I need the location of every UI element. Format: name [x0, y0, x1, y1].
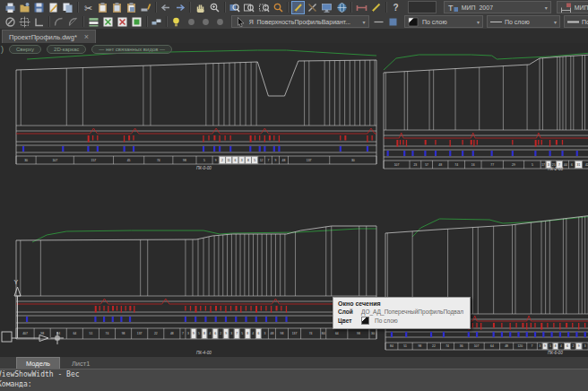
- zoom-object-button[interactable]: [242, 1, 255, 14]
- paste-special-button[interactable]: [125, 1, 138, 14]
- monitor-button[interactable]: [320, 1, 333, 14]
- document-tab[interactable]: ПроектПрофиль.dwg* ×: [2, 30, 96, 43]
- layer-box-button[interactable]: [130, 15, 143, 29]
- redo-button[interactable]: [174, 1, 187, 14]
- viewport-control-0[interactable]: Сверху: [9, 45, 41, 54]
- svg-text:23: 23: [413, 163, 417, 167]
- layer-freeze-button[interactable]: [199, 15, 212, 29]
- layer-combo[interactable]: Я_ПоверхностьПрофильВариант... ▾: [231, 15, 369, 28]
- svg-text:98: 98: [418, 344, 421, 348]
- svg-text:36: 36: [460, 344, 463, 348]
- svg-text:120: 120: [517, 344, 523, 348]
- text-style-combo[interactable]: T МИП_2007 ▾: [444, 1, 551, 13]
- match-props-button[interactable]: [139, 1, 152, 14]
- layer-sun-button[interactable]: [185, 15, 198, 29]
- viewport-control-2[interactable]: — нет связанных видов —: [91, 45, 172, 54]
- svg-text:48: 48: [170, 332, 174, 335]
- snap-box-button[interactable]: [18, 15, 31, 29]
- layer-link-button[interactable]: [150, 15, 163, 29]
- svg-text:45: 45: [127, 159, 131, 162]
- profile-view-1: 3010715745749859211638512794813730ПК-0-0…: [16, 50, 376, 170]
- tab-model[interactable]: Модель: [16, 357, 60, 369]
- svg-text:2: 2: [221, 159, 223, 162]
- svg-text:48: 48: [505, 344, 508, 348]
- lineweight-combo-value: По слою: [582, 19, 588, 25]
- help-button[interactable]: ?: [389, 1, 402, 14]
- layers-button[interactable]: [87, 15, 100, 29]
- zoom-window-button[interactable]: [228, 1, 241, 14]
- layer-off-button[interactable]: [116, 15, 129, 29]
- zoom-search-button[interactable]: [272, 1, 285, 14]
- bridge-button[interactable]: [355, 1, 368, 14]
- document-tab-bar: ПроектПрофиль.dwg* ×: [0, 29, 588, 43]
- linetype-combo[interactable]: По слою ▾: [487, 15, 560, 28]
- command-history-line: ViewShowWidth - Вес: [0, 369, 588, 379]
- svg-text:44: 44: [564, 163, 567, 167]
- toolbar-separator: [189, 2, 191, 13]
- linetype-line-icon: [490, 16, 502, 28]
- zoom-out-button[interactable]: [257, 1, 271, 14]
- close-icon[interactable]: ×: [84, 33, 89, 41]
- lineweight-combo[interactable]: По слою ▾: [564, 15, 588, 28]
- toolbar-separator: [48, 16, 50, 27]
- quick-command-input[interactable]: [408, 1, 437, 13]
- toolbar-separator: [350, 2, 352, 13]
- svg-text:12: 12: [260, 159, 264, 162]
- svg-text:8: 8: [246, 332, 248, 335]
- color-combo[interactable]: По слою ▾: [404, 15, 483, 28]
- svg-text:5: 5: [198, 332, 200, 335]
- globe-button[interactable]: [335, 1, 349, 14]
- open-button[interactable]: [18, 1, 31, 14]
- svg-text:3: 3: [539, 344, 540, 348]
- toolbar-separator: [385, 2, 387, 13]
- svg-text:107: 107: [52, 159, 57, 162]
- svg-text:157: 157: [91, 159, 97, 162]
- undo-button[interactable]: [159, 1, 172, 14]
- toolbox-button[interactable]: [306, 1, 319, 14]
- svg-text:17: 17: [541, 163, 545, 167]
- svg-text:4: 4: [252, 332, 254, 335]
- viewport-control-1[interactable]: 2D-каркас: [47, 45, 86, 54]
- paste-button[interactable]: [96, 1, 109, 14]
- layer-bulb-button[interactable]: [169, 15, 183, 29]
- draw-pencil-button[interactable]: [369, 1, 383, 14]
- tooltip-layer-label: Слой: [338, 308, 356, 315]
- chevron-down-icon: ▾: [545, 4, 548, 11]
- print-button[interactable]: [4, 1, 17, 14]
- layer-combo-value: Я_ПоверхностьПрофильВариант...: [249, 19, 350, 25]
- linetype-combo-value: По слою: [505, 19, 530, 25]
- viewport-bracket: ): [1, 46, 4, 54]
- edit-doc-button[interactable]: [47, 1, 60, 14]
- copy-clip-button[interactable]: [110, 1, 124, 14]
- svg-text:7: 7: [532, 344, 533, 348]
- no-snap-button[interactable]: [4, 15, 17, 29]
- svg-text:51: 51: [403, 344, 407, 348]
- zoom-realtime-button[interactable]: [208, 1, 221, 14]
- layer-lock-button[interactable]: [213, 15, 227, 29]
- arc-tool-button[interactable]: [52, 15, 65, 29]
- fillet-tool-button[interactable]: [66, 15, 80, 29]
- layer-on-button[interactable]: [101, 15, 115, 29]
- copy-docs-button[interactable]: [61, 1, 74, 14]
- bylayer-swatch-icon: [408, 16, 419, 28]
- tab-layout1[interactable]: Лист1: [63, 358, 99, 369]
- dim-style-combo[interactable]: МИП_2007: [557, 1, 588, 13]
- svg-text:30: 30: [351, 159, 355, 162]
- svg-text:137: 137: [292, 332, 298, 335]
- linetype-mini-button[interactable]: [372, 15, 385, 29]
- svg-text:98: 98: [183, 159, 186, 162]
- svg-text:7: 7: [182, 332, 184, 335]
- toolbar-standard: ✂? T МИП_2007 ▾ МИП_2007: [0, 0, 588, 15]
- drawing-canvas[interactable]: 3010715745749859211638512794813730ПК-0-0…: [0, 43, 588, 356]
- pan-button[interactable]: [194, 1, 207, 14]
- svg-text:9: 9: [544, 344, 546, 348]
- cut-button[interactable]: ✂: [82, 1, 95, 14]
- color-mini-button[interactable]: [386, 15, 400, 29]
- command-line[interactable]: ViewShowWidth - Вес Команда:: [0, 369, 588, 391]
- tooltip-title: Окно сечения: [338, 300, 465, 307]
- svg-text:30: 30: [24, 159, 28, 162]
- save-button[interactable]: [32, 1, 46, 14]
- edit-pencil-button[interactable]: [291, 1, 305, 14]
- ortho-button[interactable]: [32, 15, 46, 29]
- section-window-tooltip: Окно сечения Слой ДО_АД_ПоперечныйПрофил…: [333, 297, 471, 329]
